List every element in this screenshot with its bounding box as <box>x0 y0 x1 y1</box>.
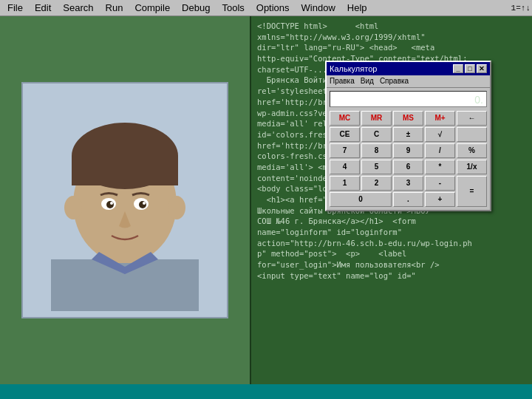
calc-9-button[interactable]: 9 <box>393 143 423 158</box>
calc-plus-button[interactable]: + <box>425 192 455 207</box>
main-area: <!DOCTYPE html> <html xmlns="http://www.… <box>0 16 532 384</box>
calc-menu-view[interactable]: Вид <box>361 76 374 86</box>
calc-back-button[interactable]: ← <box>457 111 487 126</box>
calc-percent-button[interactable]: % <box>457 143 487 158</box>
calc-title-bar: Калькулятор _ □ ✕ <box>327 62 490 75</box>
status-indicator: 1=↑↓ <box>511 4 531 13</box>
calc-4-button[interactable]: 4 <box>330 160 360 174</box>
svg-rect-6 <box>72 156 178 185</box>
photo-panel <box>0 16 251 384</box>
calc-reciprocal-button[interactable]: 1/x <box>457 160 487 174</box>
calc-mc-button[interactable]: MC <box>330 111 360 126</box>
calc-2-button[interactable]: 2 <box>361 176 392 191</box>
svg-point-14 <box>143 202 146 205</box>
calc-menu-help[interactable]: Справка <box>380 76 409 86</box>
svg-point-11 <box>106 201 114 208</box>
calc-dot-button[interactable]: . <box>393 192 423 207</box>
menu-help[interactable]: Help <box>341 1 373 15</box>
menu-options[interactable]: Options <box>250 1 296 15</box>
calculator-window: Калькулятор _ □ ✕ Правка Вид Справка 0. … <box>325 61 491 211</box>
svg-point-13 <box>110 202 113 205</box>
calc-plusminus-button[interactable]: ± <box>393 127 423 142</box>
calc-0-button[interactable]: 0 <box>330 192 392 207</box>
menu-bar: File Edit Search Run Compile Debug Tools… <box>0 0 532 16</box>
calc-equals-button[interactable]: = <box>457 176 487 207</box>
calc-menu-bar: Правка Вид Справка <box>327 75 490 88</box>
calc-maximize-button[interactable]: □ <box>465 64 475 73</box>
svg-point-7 <box>64 196 82 219</box>
calc-minimize-button[interactable]: _ <box>453 64 463 73</box>
calc-minus-button[interactable]: - <box>425 176 455 191</box>
calc-8-button[interactable]: 8 <box>361 143 392 158</box>
calc-5-button[interactable]: 5 <box>361 160 392 174</box>
calc-title-buttons: _ □ ✕ <box>453 64 487 73</box>
menu-compile[interactable]: Compile <box>129 1 176 15</box>
calc-1-button[interactable]: 1 <box>330 176 360 191</box>
menu-search[interactable]: Search <box>57 1 99 15</box>
calc-display: 0. <box>330 91 487 107</box>
menu-file[interactable]: File <box>1 1 29 15</box>
calc-blank1 <box>457 127 487 142</box>
calc-menu-edit[interactable]: Правка <box>330 76 355 86</box>
calc-divide-button[interactable]: / <box>425 143 455 158</box>
calc-ms-button[interactable]: MS <box>393 111 423 126</box>
calc-close-button[interactable]: ✕ <box>477 64 487 73</box>
svg-point-8 <box>168 196 185 219</box>
menu-edit[interactable]: Edit <box>29 1 57 15</box>
code-panel: <!DOCTYPE html> <html xmlns="http://www.… <box>251 16 532 384</box>
avatar-container <box>21 82 228 318</box>
calc-6-button[interactable]: 6 <box>393 160 423 174</box>
menu-window[interactable]: Window <box>296 1 341 15</box>
calc-mplus-button[interactable]: M+ <box>425 111 455 126</box>
calc-7-button[interactable]: 7 <box>330 143 360 158</box>
svg-point-12 <box>139 201 146 208</box>
calc-mr-button[interactable]: MR <box>361 111 392 126</box>
calc-buttons: MC MR MS M+ ← CE C ± √ 7 8 9 / % 4 5 <box>327 109 490 210</box>
calc-sqrt-button[interactable]: √ <box>425 127 455 142</box>
calc-title: Калькулятор <box>330 64 377 75</box>
avatar <box>29 89 221 311</box>
calc-3-button[interactable]: 3 <box>393 176 423 191</box>
calc-c-button[interactable]: C <box>361 127 392 142</box>
calc-multiply-button[interactable]: * <box>425 160 455 174</box>
menu-run[interactable]: Run <box>100 1 129 15</box>
calc-ce-button[interactable]: CE <box>330 127 360 142</box>
menu-tools[interactable]: Tools <box>216 1 250 15</box>
menu-debug[interactable]: Debug <box>176 1 216 15</box>
